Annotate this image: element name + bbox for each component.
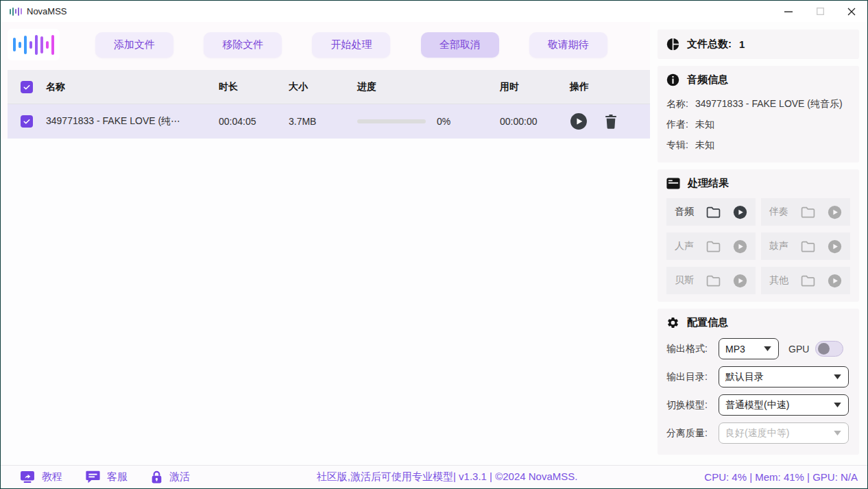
- folder-icon: [801, 275, 815, 287]
- support-link[interactable]: 客服: [86, 470, 128, 484]
- window-controls: [773, 1, 867, 22]
- play-circle-icon: [828, 205, 842, 219]
- folder-icon: [801, 206, 815, 218]
- row-progress: 0%: [357, 116, 500, 127]
- titlebar: NovaMSS: [1, 1, 867, 22]
- activate-link[interactable]: 激活: [151, 470, 190, 484]
- audio-info-card: 音频信息 名称:349771833 - FAKE LOVE (纯音乐) 作者:未…: [658, 66, 859, 163]
- delete-button[interactable]: [604, 114, 618, 129]
- header-duration: 时长: [219, 81, 289, 93]
- play-circle-icon[interactable]: [733, 205, 747, 219]
- play-circle-icon: [733, 239, 747, 254]
- select-all-checkbox-cell: [8, 81, 46, 93]
- row-operations: [570, 112, 650, 130]
- maximize-button[interactable]: [804, 1, 836, 22]
- chevron-down-icon: [764, 346, 771, 351]
- header-progress: 进度: [357, 81, 500, 93]
- sidebar: 文件总数: 1 音频信息: [650, 22, 867, 465]
- result-label: 音频: [675, 206, 694, 218]
- table-empty-area: [1, 139, 650, 465]
- toolbar-buttons: 添加文件 移除文件 开始处理 全部取消 敬请期待: [60, 32, 643, 58]
- app-body: 添加文件 移除文件 开始处理 全部取消 敬请期待 名称 时长: [1, 22, 867, 465]
- file-count-value: 1: [739, 38, 745, 50]
- play-button[interactable]: [570, 112, 588, 130]
- header-ops: 操作: [570, 81, 650, 93]
- audio-info-artist: 作者:未知: [666, 114, 850, 134]
- chevron-down-icon: [834, 403, 841, 407]
- folder-icon: [706, 241, 721, 252]
- version-text: 社区版,激活后可使用专业模型| v1.3.1 | ©2024 NovaMSS.: [190, 470, 704, 484]
- result-item-accompaniment: 伴奏: [761, 198, 850, 226]
- row-checkbox-cell: [8, 115, 46, 128]
- window-title: NovaMSS: [27, 6, 67, 16]
- output-dir-label: 输出目录:: [666, 371, 716, 383]
- toolbar: 添加文件 移除文件 开始处理 全部取消 敬请期待: [1, 22, 650, 67]
- coming-soon-button[interactable]: 敬请期待: [529, 32, 607, 58]
- output-format-row: 输出格式: MP3 GPU: [666, 335, 850, 363]
- pie-chart-icon: [666, 38, 679, 51]
- result-label: 伴奏: [769, 206, 788, 218]
- quality-label: 分离质量:: [666, 427, 716, 440]
- header-name: 名称: [46, 81, 219, 93]
- file-count-card: 文件总数: 1: [658, 29, 859, 59]
- quality-row: 分离质量: 良好(速度中等): [666, 419, 850, 447]
- gpu-label: GPU: [788, 344, 809, 355]
- row-duration: 00:04:05: [219, 116, 289, 127]
- waveform-logo-icon: [8, 29, 60, 60]
- app-waveform-icon: [10, 7, 22, 16]
- gpu-toggle[interactable]: [815, 341, 843, 357]
- start-processing-button[interactable]: 开始处理: [312, 32, 390, 58]
- chat-icon: [86, 470, 100, 484]
- table-row: 349771833 - FAKE LOVE (纯⋯ 00:04:05 3.7MB…: [8, 104, 650, 139]
- output-format-label: 输出格式:: [666, 343, 716, 355]
- remove-files-button[interactable]: 移除文件: [204, 32, 282, 58]
- audio-info-name: 名称:349771833 - FAKE LOVE (纯音乐): [666, 93, 850, 114]
- folder-icon[interactable]: [706, 206, 721, 218]
- tutorial-link[interactable]: 教程: [20, 470, 62, 484]
- play-circle-icon: [828, 274, 842, 288]
- toggle-knob: [818, 343, 830, 355]
- gear-icon: [666, 316, 679, 329]
- result-item-vocals: 人声: [666, 232, 756, 260]
- minimize-button[interactable]: [773, 1, 804, 22]
- results-grid: 音频 伴奏: [666, 198, 850, 294]
- add-files-button[interactable]: 添加文件: [95, 32, 173, 58]
- result-item-drums: 鼓声: [761, 232, 850, 260]
- chevron-down-icon: [834, 374, 841, 379]
- screen-share-icon: [20, 470, 35, 484]
- output-dir-select[interactable]: 默认目录: [719, 366, 849, 387]
- result-item-audio: 音频: [666, 198, 756, 226]
- model-row: 切换模型: 普通模型(中速): [666, 391, 850, 419]
- audio-info-title: 音频信息: [687, 73, 728, 86]
- info-icon: [666, 73, 679, 86]
- cancel-all-button[interactable]: 全部取消: [421, 32, 499, 58]
- result-item-bass: 贝斯: [666, 267, 756, 294]
- result-label: 鼓声: [769, 240, 788, 252]
- app-window: NovaMSS: [0, 0, 868, 489]
- play-circle-icon: [828, 239, 842, 254]
- play-circle-icon: [733, 274, 747, 288]
- lock-icon: [151, 470, 162, 484]
- titlebar-left: NovaMSS: [1, 6, 67, 16]
- row-checkbox[interactable]: [21, 115, 33, 128]
- results-card: 处理结果 音频 伴奏: [658, 169, 859, 302]
- folder-icon: [801, 241, 815, 252]
- model-select[interactable]: 普通模型(中速): [719, 394, 849, 416]
- close-button[interactable]: [836, 1, 867, 22]
- gpu-control: GPU: [788, 341, 843, 357]
- chevron-down-icon: [834, 431, 841, 436]
- system-stats: CPU: 4% | Mem: 41% | GPU: N/A: [704, 471, 858, 483]
- select-all-checkbox[interactable]: [21, 81, 33, 93]
- table-header: 名称 时长 大小 进度 用时 操作: [8, 70, 650, 104]
- output-format-select[interactable]: MP3: [719, 338, 779, 359]
- progress-bar: [357, 119, 426, 123]
- quality-select: 良好(速度中等): [719, 422, 849, 444]
- file-count-label: 文件总数:: [687, 38, 732, 51]
- header-time: 用时: [500, 81, 570, 93]
- config-title: 配置信息: [687, 316, 728, 329]
- output-dir-row: 输出目录: 默认目录: [666, 363, 850, 391]
- results-title: 处理结果: [688, 177, 729, 190]
- progress-percent: 0%: [437, 116, 450, 127]
- card-icon: [666, 178, 680, 189]
- result-item-other: 其他: [761, 267, 850, 294]
